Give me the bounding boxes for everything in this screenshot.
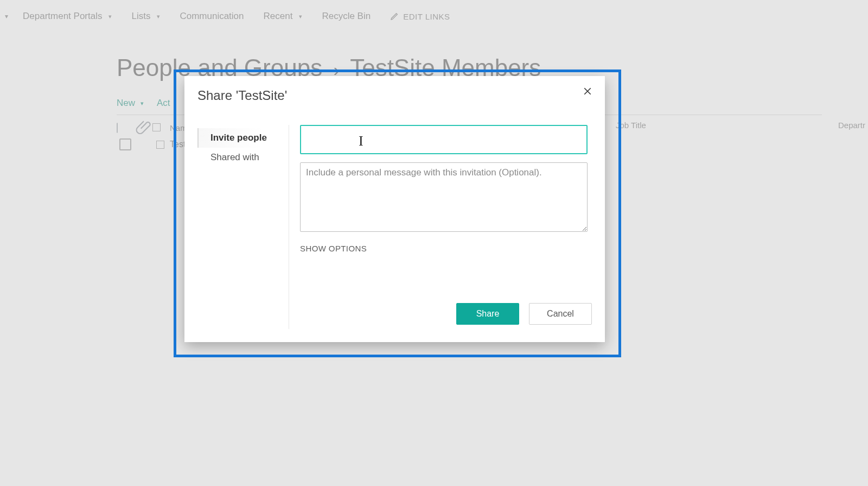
dialog-buttons: Share Cancel [456, 303, 592, 325]
share-button[interactable]: Share [456, 303, 519, 325]
dialog-title: Share 'TestSite' [197, 88, 287, 103]
tab-invite-people[interactable]: Invite people [197, 128, 289, 148]
show-options-toggle[interactable]: SHOW OPTIONS [300, 244, 367, 253]
tab-label: Shared with [210, 152, 259, 162]
tab-label: Invite people [210, 132, 267, 143]
invitation-message-textarea[interactable] [300, 162, 588, 232]
people-picker-input[interactable] [300, 125, 588, 154]
share-dialog: Share 'TestSite' Invite people Shared wi… [184, 76, 605, 342]
close-button[interactable] [580, 84, 595, 99]
dialog-tabs: Invite people Shared with [197, 125, 289, 329]
close-icon [583, 86, 592, 96]
cancel-button[interactable]: Cancel [529, 303, 592, 325]
tab-content-invite: I SHOW OPTIONS Share Cancel [289, 125, 592, 329]
dialog-body: Invite people Shared with I SHOW OPTIONS… [197, 125, 592, 329]
tab-shared-with[interactable]: Shared with [197, 148, 289, 167]
